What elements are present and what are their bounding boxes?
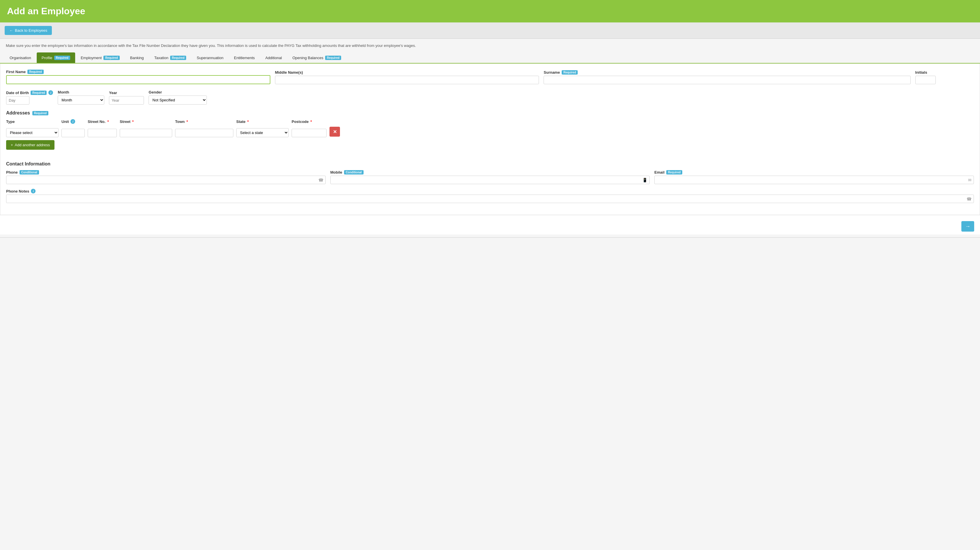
street-field bbox=[120, 129, 172, 137]
add-address-button[interactable]: + Add another address bbox=[6, 140, 54, 150]
phone-notes-input[interactable] bbox=[6, 195, 974, 203]
email-group: Email Required ✉ bbox=[654, 170, 974, 184]
streetno-field bbox=[88, 129, 117, 137]
unit-label: Unit i bbox=[62, 119, 85, 124]
type-header: Type bbox=[6, 119, 59, 124]
initials-input[interactable] bbox=[915, 76, 936, 84]
town-field bbox=[175, 129, 233, 137]
postcode-input[interactable] bbox=[292, 129, 326, 137]
back-button[interactable]: ← Back to Employees bbox=[5, 26, 52, 35]
initials-label: Initials bbox=[915, 70, 974, 75]
surname-group: Surname Required bbox=[544, 70, 910, 84]
addresses-required-badge: Required bbox=[32, 111, 48, 115]
phone-notes-group: Phone Notes i ☎ bbox=[6, 189, 974, 203]
phone-notes-info-icon: i bbox=[31, 189, 35, 194]
addresses-title: Addresses Required bbox=[6, 110, 974, 116]
postcode-header: Postcode * bbox=[292, 119, 326, 124]
state-header: State * bbox=[236, 119, 289, 124]
profile-required-badge: Required bbox=[54, 56, 70, 60]
contact-title: Contact Information bbox=[6, 161, 974, 167]
initials-group: Initials bbox=[915, 70, 974, 84]
name-row: First Name Required Middle Name(s) Surna… bbox=[6, 70, 974, 84]
unit-field bbox=[62, 129, 85, 137]
tab-taxation[interactable]: Taxation Required bbox=[150, 52, 191, 63]
state-select[interactable]: Select a state ACT NSW NT QLD SA TAS VIC… bbox=[236, 128, 289, 137]
next-arrow-icon: → bbox=[965, 223, 970, 230]
gender-select[interactable]: Not Specified Male Female Other bbox=[149, 95, 207, 105]
back-arrow-icon: ← bbox=[10, 28, 13, 33]
gender-label: Gender bbox=[149, 90, 207, 94]
description-text: Make sure you enter the employee's tax i… bbox=[0, 39, 980, 52]
form-container: First Name Required Middle Name(s) Surna… bbox=[0, 64, 980, 215]
year-group: Year bbox=[109, 91, 144, 105]
street-input[interactable] bbox=[120, 129, 172, 137]
unit-input[interactable] bbox=[62, 129, 85, 137]
phone-notes-label: Phone Notes i bbox=[6, 189, 974, 194]
email-input[interactable] bbox=[654, 176, 974, 184]
street-header: Street * bbox=[120, 119, 172, 124]
bottom-nav: → bbox=[0, 215, 980, 235]
surname-input[interactable] bbox=[544, 76, 910, 84]
town-input[interactable] bbox=[175, 129, 233, 137]
postcode-field bbox=[292, 129, 326, 137]
streetno-header: Street No. * bbox=[88, 119, 117, 124]
tab-superannuation[interactable]: Superannuation bbox=[192, 52, 228, 63]
phone-label: Phone Conditional bbox=[6, 170, 326, 175]
dob-label: Date of Birth Required i bbox=[6, 90, 53, 95]
first-name-group: First Name Required bbox=[6, 70, 270, 84]
employment-required-badge: Required bbox=[103, 56, 119, 60]
surname-label: Surname Required bbox=[544, 70, 910, 75]
top-bar: ← Back to Employees bbox=[0, 22, 980, 39]
tab-organisation[interactable]: Organisation bbox=[5, 52, 36, 63]
unit-info-icon: i bbox=[70, 119, 75, 124]
middle-name-input[interactable] bbox=[275, 76, 539, 84]
state-label: State * bbox=[236, 119, 289, 124]
phone-notes-icon: ☎ bbox=[967, 197, 972, 201]
streetno-input[interactable] bbox=[88, 129, 117, 137]
email-icon: ✉ bbox=[968, 178, 972, 182]
year-input[interactable] bbox=[109, 96, 144, 105]
tab-profile[interactable]: Profile Required bbox=[37, 52, 75, 63]
email-required-badge: Required bbox=[666, 170, 682, 175]
unit-header: Unit i bbox=[62, 119, 85, 124]
address-header-row: Type Unit i Street No. * Street * bbox=[6, 119, 974, 124]
mobile-input[interactable] bbox=[330, 176, 650, 184]
mobile-conditional-badge: Conditional bbox=[344, 170, 364, 175]
addresses-section: Addresses Required Type Unit i Street No… bbox=[6, 110, 974, 156]
middle-name-label: Middle Name(s) bbox=[275, 70, 539, 75]
month-label: Month bbox=[58, 90, 104, 94]
town-label: Town * bbox=[175, 119, 233, 124]
delete-address-button[interactable]: ✕ bbox=[329, 127, 340, 137]
town-header: Town * bbox=[175, 119, 233, 124]
next-button[interactable]: → bbox=[961, 221, 974, 232]
month-select[interactable]: Month January February March April May J… bbox=[58, 95, 104, 105]
first-name-input[interactable] bbox=[6, 75, 270, 84]
opening-balances-required-badge: Required bbox=[325, 56, 341, 60]
type-select[interactable]: Please select Home Postal Business Other bbox=[6, 128, 59, 137]
gender-group: Gender Not Specified Male Female Other bbox=[149, 90, 207, 105]
tab-additional[interactable]: Additional bbox=[261, 52, 287, 63]
header-bar: Add an Employee bbox=[0, 0, 980, 22]
contact-section: Contact Information Phone Conditional ☎ … bbox=[6, 161, 974, 203]
plus-icon: + bbox=[11, 143, 13, 147]
phone-group: Phone Conditional ☎ bbox=[6, 170, 326, 184]
postcode-required-star: * bbox=[310, 119, 312, 124]
footer-divider bbox=[0, 237, 980, 238]
contact-row: Phone Conditional ☎ Mobile Conditional 📱 bbox=[6, 170, 974, 184]
streetno-label: Street No. * bbox=[88, 119, 117, 124]
taxation-required-badge: Required bbox=[170, 56, 186, 60]
dob-gender-row: Date of Birth Required i Month Month Jan… bbox=[6, 90, 974, 105]
mobile-group: Mobile Conditional 📱 bbox=[330, 170, 650, 184]
tab-banking[interactable]: Banking bbox=[125, 52, 149, 63]
tabs-container: Organisation Profile Required Employment… bbox=[0, 52, 980, 64]
tab-opening-balances[interactable]: Opening Balances Required bbox=[288, 52, 346, 63]
mobile-label: Mobile Conditional bbox=[330, 170, 650, 175]
day-input[interactable] bbox=[6, 96, 29, 105]
year-label: Year bbox=[109, 91, 144, 95]
tab-entitlements[interactable]: Entitlements bbox=[229, 52, 260, 63]
phone-input[interactable] bbox=[6, 176, 326, 184]
tab-employment[interactable]: Employment Required bbox=[76, 52, 125, 63]
mobile-icon: 📱 bbox=[642, 178, 648, 182]
type-field: Please select Home Postal Business Other bbox=[6, 128, 59, 137]
month-group: Month Month January February March April… bbox=[58, 90, 104, 105]
